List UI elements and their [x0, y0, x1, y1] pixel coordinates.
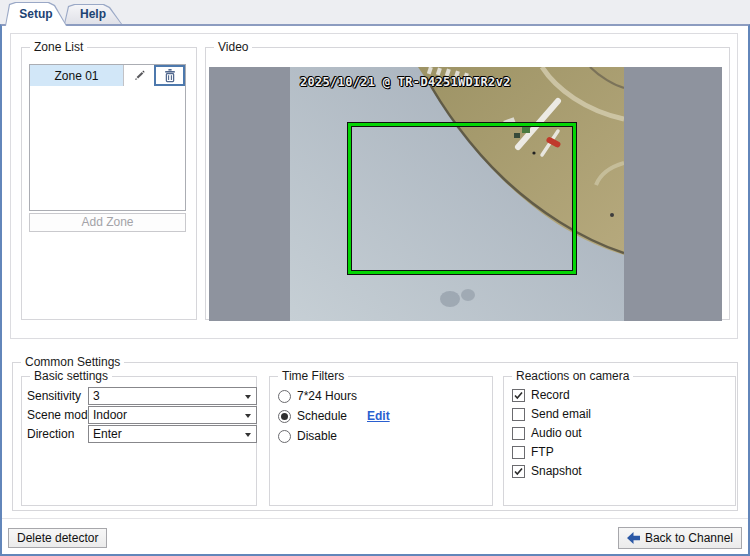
checkbox-icon	[512, 408, 525, 421]
basic-settings-title: Basic settings	[30, 369, 112, 383]
scene-mode-row: Scene mode Indoor	[27, 406, 251, 424]
checkbox-send-email-label: Send email	[531, 407, 591, 421]
reactions-title: Reactions on camera	[512, 369, 633, 383]
sensitivity-row: Sensitivity 3	[27, 387, 251, 405]
checkbox-audio-out-label: Audio out	[531, 426, 582, 440]
checkbox-snapshot-label: Snapshot	[531, 464, 582, 478]
checkbox-record[interactable]: Record	[512, 387, 570, 403]
add-zone-button[interactable]: Add Zone	[29, 213, 186, 232]
basic-settings-group: Basic settings Sensitivity 3 Scene mode …	[21, 376, 257, 506]
chevron-down-icon	[245, 433, 251, 437]
video-title: Video	[214, 40, 252, 54]
common-settings-title: Common Settings	[21, 355, 124, 369]
checkbox-icon	[512, 446, 525, 459]
checkbox-ftp[interactable]: FTP	[512, 444, 554, 460]
sensitivity-dropdown[interactable]: 3	[88, 387, 257, 405]
checkbox-send-email[interactable]: Send email	[512, 406, 591, 422]
edit-schedule-link[interactable]: Edit	[367, 409, 390, 423]
radio-selected-icon	[278, 410, 291, 423]
direction-dropdown[interactable]: Enter	[88, 425, 257, 443]
video-osd-text: 2025/10/21 @ TR-D4251WDIR2v2	[300, 75, 511, 89]
checkbox-snapshot[interactable]: Snapshot	[512, 463, 582, 479]
sensitivity-value: 3	[93, 389, 100, 403]
radio-7x24-hours[interactable]: 7*24 Hours	[278, 388, 357, 404]
scene-mode-value: Indoor	[93, 408, 127, 422]
delete-detector-button[interactable]: Delete detector	[8, 528, 107, 548]
detection-zone-overlay[interactable]	[348, 123, 576, 274]
sensitivity-label: Sensitivity	[27, 387, 81, 405]
chevron-down-icon	[245, 414, 251, 418]
chevron-down-icon	[245, 395, 251, 399]
checkbox-checked-icon	[512, 465, 525, 478]
tab-setup-label: Setup	[5, 2, 67, 21]
scene-mode-dropdown[interactable]: Indoor	[88, 406, 257, 424]
radio-schedule-label: Schedule	[297, 409, 347, 423]
time-filters-title: Time Filters	[278, 369, 348, 383]
reactions-group: Reactions on camera Record Send email Au…	[503, 376, 736, 506]
zone-name[interactable]: Zone 01	[30, 65, 123, 86]
scene-mode-label: Scene mode	[27, 406, 94, 424]
radio-7x24-label: 7*24 Hours	[297, 389, 357, 403]
video-canvas[interactable]: 2025/10/21 @ TR-D4251WDIR2v2	[290, 67, 624, 321]
radio-disable[interactable]: Disable	[278, 428, 337, 444]
tab-help[interactable]: Help	[64, 4, 122, 24]
common-settings-group: Common Settings Basic settings Sensitivi…	[12, 362, 738, 511]
footer-divider	[2, 518, 748, 519]
zone-list-title: Zone List	[30, 40, 87, 54]
direction-row: Direction Enter	[27, 425, 251, 443]
tab-setup[interactable]: Setup	[5, 2, 67, 26]
pencil-icon	[132, 69, 146, 83]
zone-list-item[interactable]: Zone 01	[30, 65, 185, 86]
checkbox-audio-out[interactable]: Audio out	[512, 425, 582, 441]
zone-listbox[interactable]: Zone 01	[29, 64, 186, 211]
edit-zone-button[interactable]	[123, 65, 154, 86]
checkbox-record-label: Record	[531, 388, 570, 402]
direction-label: Direction	[27, 425, 74, 443]
delete-zone-button[interactable]	[154, 65, 185, 86]
back-to-channel-button[interactable]: Back to Channel	[618, 527, 742, 549]
trash-icon	[163, 68, 177, 83]
radio-icon	[278, 430, 291, 443]
back-to-channel-label: Back to Channel	[645, 531, 733, 545]
radio-icon	[278, 390, 291, 403]
checkbox-icon	[512, 427, 525, 440]
checkbox-ftp-label: FTP	[531, 445, 554, 459]
radio-schedule[interactable]: Schedule	[278, 408, 347, 424]
back-arrow-icon	[627, 532, 640, 544]
direction-value: Enter	[93, 427, 122, 441]
checkbox-checked-icon	[512, 389, 525, 402]
time-filters-group: Time Filters 7*24 Hours Schedule Edit Di…	[269, 376, 493, 506]
tab-help-label: Help	[64, 4, 122, 21]
radio-disable-label: Disable	[297, 429, 337, 443]
